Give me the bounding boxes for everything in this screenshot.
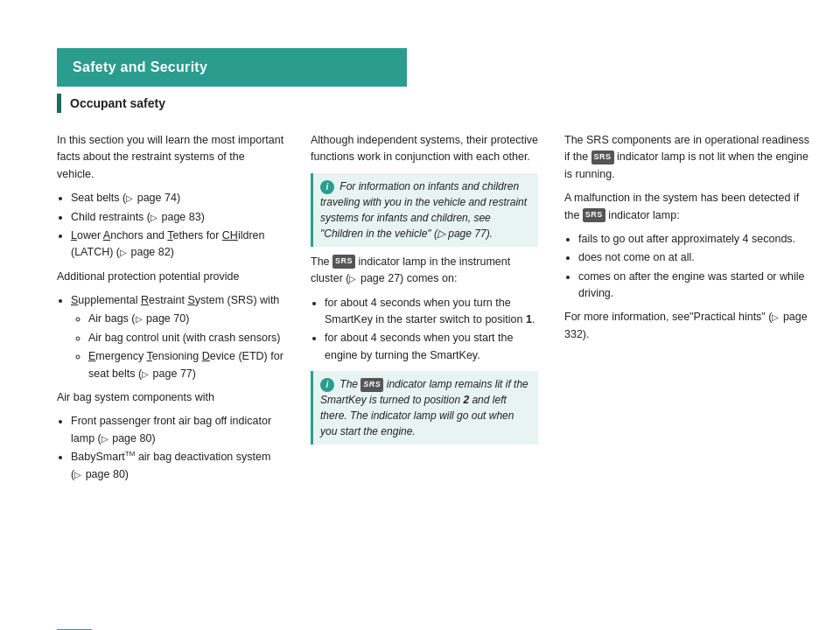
malfunction-list: fails to go out after approximately 4 se… [578,231,814,303]
section-accent-bar [57,94,61,113]
right-para1: The SRS components are in operational re… [564,132,814,183]
list-item: Air bags (▷ page 70) [88,311,284,327]
info-box-2: i The SRS indicator lamp remains lit if … [311,371,538,444]
info-box-1: i For information on infants and childre… [311,173,538,247]
list-item: Lower Anchors and Tethers for CHildren (… [71,228,284,262]
indicator-intro: The SRS indicator lamp in the instrument… [311,254,538,288]
list-item: Seat belts (▷ page 74) [71,190,284,206]
right-column: The SRS components are in operational re… [564,132,814,490]
supplemental-list: Supplemental Restraint System (SRS) with… [71,292,284,382]
list-item: for about 4 seconds when you turn the Sm… [325,295,538,329]
section-header: Occupant safety [57,94,840,113]
list-item: fails to go out after approximately 4 se… [578,231,814,248]
srs-badge: SRS [332,255,355,269]
list-item: BabySmartTM air bag deactivation system … [71,449,284,483]
right-footer: For more information, see"Practical hint… [564,309,814,343]
main-content: In this section you will learn the most … [57,132,814,490]
list-item: Supplemental Restraint System (SRS) with… [71,292,284,382]
intro-paragraph: In this section you will learn the most … [57,132,284,183]
page-container: Safety and Security Occupant safety In t… [0,48,840,630]
list-item: Front passenger front air bag off indica… [71,413,284,447]
sub-list: Air bags (▷ page 70) Air bag control uni… [88,311,284,382]
right-para2: A malfunction in the system has been det… [564,190,814,224]
info-box-2-text: The SRS indicator lamp remains lit if th… [320,378,528,438]
info-icon: i [320,180,334,194]
list-item: Emergency Tensioning Device (ETD) for se… [88,348,284,382]
air-bag-header: Air bag system components with [57,389,284,406]
bullet-list-main: Seat belts (▷ page 74) Child restraints … [71,190,284,262]
indicator-list: for about 4 seconds when you turn the Sm… [325,295,538,365]
middle-column: Although independent systems, their prot… [311,132,538,490]
list-item: Air bag control unit (with crash sensors… [88,330,284,346]
list-item: comes on after the engine was started or… [578,269,814,303]
info-box-1-text: For information on infants and children … [320,180,527,240]
srs-badge-2: SRS [360,378,383,392]
header-bar: Safety and Security [57,48,407,87]
middle-para1: Although independent systems, their prot… [311,132,538,166]
list-item: for about 4 seconds when you start the e… [325,330,538,364]
left-column: In this section you will learn the most … [57,132,284,490]
additional-header: Additional protection potential provide [57,269,284,285]
list-item: Child restraints (▷ page 83) [71,209,284,226]
list-item: does not come on at all. [578,249,814,266]
air-bag-list: Front passenger front air bag off indica… [71,413,284,483]
header-title: Safety and Security [73,60,207,75]
srs-badge-3: SRS [592,150,614,164]
info-icon-2: i [320,378,334,392]
srs-badge-4: SRS [583,208,606,222]
section-title: Occupant safety [70,96,165,110]
